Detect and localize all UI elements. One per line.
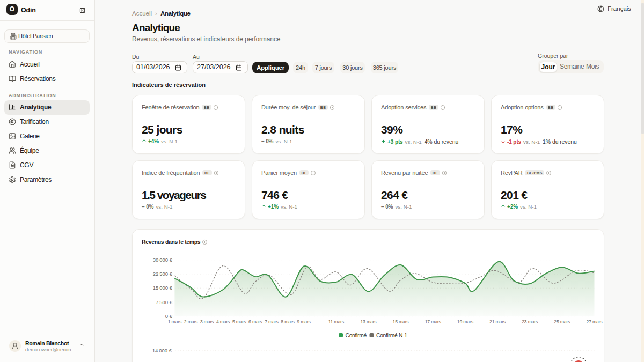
svg-text:14 000 €: 14 000 € — [152, 348, 172, 353]
svg-text:Confirmé: Confirmé — [346, 333, 367, 338]
svg-text:3 mars: 3 mars — [200, 319, 214, 324]
svg-text:13 mars: 13 mars — [360, 319, 377, 324]
svg-text:21 mars: 21 mars — [489, 319, 506, 324]
svg-text:8 mars: 8 mars — [281, 319, 295, 324]
svg-text:11 mars: 11 mars — [328, 319, 345, 324]
svg-text:9 mars: 9 mars — [297, 319, 311, 324]
svg-text:7 500 €: 7 500 € — [156, 299, 173, 305]
svg-text:25 mars: 25 mars — [554, 319, 570, 324]
svg-text:23 mars: 23 mars — [522, 319, 538, 324]
svg-text:27 mars: 27 mars — [587, 319, 603, 324]
svg-text:19 mars: 19 mars — [457, 319, 474, 324]
svg-text:6 mars: 6 mars — [248, 319, 262, 324]
svg-text:2 mars: 2 mars — [184, 319, 198, 324]
svg-text:15 mars: 15 mars — [393, 319, 409, 324]
svg-text:Confirmé N-1: Confirmé N-1 — [376, 333, 407, 338]
svg-text:7 mars: 7 mars — [265, 319, 279, 324]
svg-text:0 €: 0 € — [165, 313, 173, 319]
svg-text:22 500 €: 22 500 € — [153, 271, 173, 277]
svg-text:15 000 €: 15 000 € — [153, 285, 173, 291]
svg-text:1 mars: 1 mars — [168, 319, 182, 324]
svg-text:4 mars: 4 mars — [216, 319, 230, 324]
svg-text:17 mars: 17 mars — [425, 319, 442, 324]
svg-text:30 000 €: 30 000 € — [153, 257, 173, 263]
svg-text:5 mars: 5 mars — [232, 319, 246, 324]
